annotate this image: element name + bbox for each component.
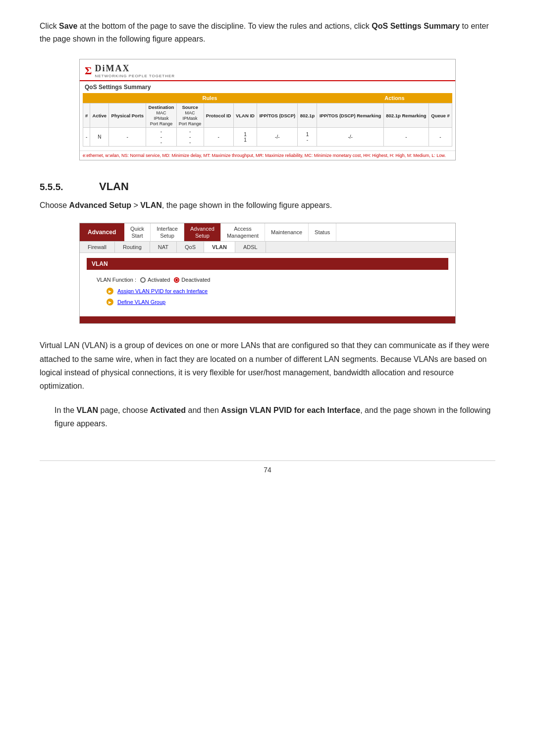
col-src: SourceMACIPMaskPort Range xyxy=(176,103,204,128)
cell-hash: - xyxy=(83,128,90,147)
body-text-vlan: Virtual LAN (VLAN) is a group of devices… xyxy=(40,339,495,393)
nav-tab-nat[interactable]: NAT xyxy=(150,242,177,252)
logo-sigma: Σ xyxy=(85,64,92,77)
intro-qos-bold: QoS Settings Summary xyxy=(372,22,460,30)
cell-src: --- xyxy=(176,128,204,147)
router-content: VLAN VLAN Function : Activated Deactivat… xyxy=(80,253,455,316)
page-number: 74 xyxy=(264,466,271,474)
page-footer: 74 xyxy=(40,460,495,474)
qos-logo: Σ DiMAX NETWORKING PEOPLE TOGETHER xyxy=(85,63,450,78)
cell-802: 1- xyxy=(298,128,317,147)
qos-footnote: e:ethernet, w:wlan, NS: Normal service, … xyxy=(80,151,455,160)
radio-activated-label: Activated xyxy=(148,277,170,283)
col-protocol: Protocol ID xyxy=(204,103,233,128)
logo-dimax: DiMAX xyxy=(95,63,175,74)
note-bold3: Assign VLAN PVID for each Interface xyxy=(221,406,360,414)
nav-tab-access-management[interactable]: AccessManagement xyxy=(221,223,265,242)
radio-deactivated-label: Deactivated xyxy=(181,277,210,283)
nav-tab-maintenance[interactable]: Maintenance xyxy=(265,223,309,242)
section-desc-gt: > xyxy=(131,201,140,209)
qos-title: QoS Settings Summary xyxy=(80,81,455,93)
router-footer-bar xyxy=(80,316,455,323)
nav-tab-advanced-setup[interactable]: AdvancedSetup xyxy=(184,223,221,242)
orange-circle-2: ► xyxy=(107,299,113,305)
intro-save-bold: Save xyxy=(59,22,77,30)
intro-text-before-save: Click xyxy=(40,22,59,30)
nav-tab-adsl[interactable]: ADSL xyxy=(235,242,266,252)
intro-paragraph: Click Save at the bottom of the page to … xyxy=(40,20,495,45)
note-text: In the VLAN page, choose Activated and t… xyxy=(54,403,495,430)
nav-tab-firewall[interactable]: Firewall xyxy=(80,242,115,252)
vlan-link-2[interactable]: Define VLAN Group xyxy=(117,299,165,305)
section-desc-bold2: VLAN xyxy=(140,201,162,209)
col-802: 802.1p xyxy=(298,103,317,128)
qos-settings-summary: Σ DiMAX NETWORKING PEOPLE TOGETHER QoS S… xyxy=(79,59,456,160)
vlan-link-1[interactable]: Assign VLAN PVID for each Interface xyxy=(117,288,208,294)
col-vlan: VLAN ID xyxy=(233,103,257,128)
note-mid1: page, choose xyxy=(98,406,150,414)
col-dest: DestinationMACIPMaskPort Range xyxy=(146,103,176,128)
qos-actions-header: Actions xyxy=(337,93,452,103)
nav-tab-interface-setup[interactable]: InterfaceSetup xyxy=(151,223,184,242)
cell-queue: - xyxy=(429,128,452,147)
note-bold2: Activated xyxy=(150,406,186,414)
vlan-link-row-2[interactable]: ► Define VLAN Group xyxy=(107,299,448,305)
nav-tab-quick-start[interactable]: QuickStart xyxy=(124,223,151,242)
vlan-function-label: VLAN Function : xyxy=(97,277,136,283)
qos-table: # Active Physical Ports DestinationMACIP… xyxy=(83,103,452,147)
section-title: VLAN xyxy=(99,180,129,193)
col-active: Active xyxy=(90,103,109,128)
cell-ipp: -/- xyxy=(257,128,298,147)
nav-tabs-top: QuickStart InterfaceSetup AdvancedSetup … xyxy=(124,223,455,242)
radio-activated-option[interactable]: Activated xyxy=(140,277,170,283)
vlan-section-title: VLAN xyxy=(87,258,448,270)
section-description: Choose Advanced Setup > VLAN, the page s… xyxy=(40,199,495,212)
col-physical-ports: Physical Ports xyxy=(109,103,146,128)
router-nav-top: Advanced QuickStart InterfaceSetup Advan… xyxy=(80,223,455,242)
qos-rules-header: Rules xyxy=(83,93,337,103)
cell-ipp-remark: -/- xyxy=(317,128,384,147)
section-desc-before: Choose xyxy=(40,201,69,209)
cell-vlan: 11 xyxy=(233,128,257,147)
qos-logo-row: Σ DiMAX NETWORKING PEOPLE TOGETHER xyxy=(80,59,455,81)
nav-tab-status[interactable]: Status xyxy=(309,223,336,242)
radio-activated-circle xyxy=(140,277,146,283)
vlan-link-row-1[interactable]: ► Assign VLAN PVID for each Interface xyxy=(107,288,448,295)
cell-dest: --- xyxy=(146,128,176,147)
col-hash: # xyxy=(83,103,90,128)
orange-circle-1: ► xyxy=(107,288,113,295)
logo-subtitle: NETWORKING PEOPLE TOGETHER xyxy=(95,74,175,78)
cell-physical: - xyxy=(109,128,146,147)
col-queue: Queue # xyxy=(429,103,452,128)
cell-active: N xyxy=(90,128,109,147)
note-mid2: and then xyxy=(186,406,221,414)
qos-section-headers: Rules Actions xyxy=(83,93,452,103)
nav-tab-routing[interactable]: Routing xyxy=(115,242,150,252)
section-desc-after: , the page shown in the following figure… xyxy=(162,201,332,209)
section-desc-bold1: Advanced Setup xyxy=(69,201,131,209)
nav-advanced-button[interactable]: Advanced xyxy=(80,223,124,242)
table-row: - N - --- --- - 11 -/- 1- -/- - - xyxy=(83,128,452,147)
col-ipp-remarking: IPP/TOS (DSCP) Remarking xyxy=(317,103,384,128)
col-802-remarking: 802.1p Remarking xyxy=(383,103,428,128)
section-heading: 5.5.5. VLAN xyxy=(40,180,495,193)
col-ipp-tos: IPP/TOS (DSCP) xyxy=(257,103,298,128)
nav-tabs-bottom: Firewall Routing NAT QoS VLAN ADSL xyxy=(80,242,455,253)
cell-protocol: - xyxy=(204,128,233,147)
vlan-function-row: VLAN Function : Activated Deactivated xyxy=(97,277,448,283)
router-ui-mockup: Advanced QuickStart InterfaceSetup Advan… xyxy=(79,223,456,324)
qos-table-wrapper: Rules Actions # Active Physical Ports De… xyxy=(80,93,455,151)
nav-tab-vlan[interactable]: VLAN xyxy=(204,242,235,252)
note-before: In the xyxy=(54,406,76,414)
intro-text-after-save: at the bottom of the page to save the di… xyxy=(77,22,372,30)
nav-tab-qos[interactable]: QoS xyxy=(177,242,204,252)
radio-deactivated-circle xyxy=(174,277,179,283)
cell-802-remark: - xyxy=(383,128,428,147)
radio-deactivated-option[interactable]: Deactivated xyxy=(174,277,210,283)
table-header-row: # Active Physical Ports DestinationMACIP… xyxy=(83,103,452,128)
note-bold1: VLAN xyxy=(76,406,98,414)
section-number: 5.5.5. xyxy=(40,182,79,193)
